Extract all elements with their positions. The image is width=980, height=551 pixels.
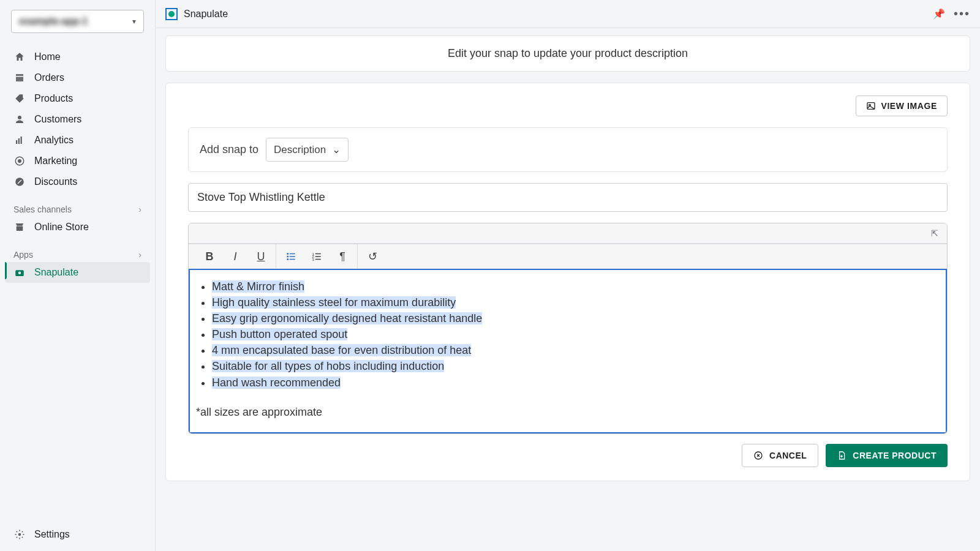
nav-label: Discounts xyxy=(34,176,77,187)
nav-label: Online Store xyxy=(34,222,89,233)
svg-point-9 xyxy=(18,533,21,536)
product-title-input[interactable]: Stove Top Whistling Kettle xyxy=(188,183,948,212)
nav-label: Customers xyxy=(34,114,81,125)
svg-point-5 xyxy=(18,159,21,163)
nav-products[interactable]: Products xyxy=(5,88,150,109)
nav-app-snapulate[interactable]: Snapulate xyxy=(5,262,150,283)
ordered-list-button[interactable]: 123 xyxy=(308,248,325,265)
apps-header[interactable]: Apps › xyxy=(5,245,150,262)
nav-home[interactable]: Home xyxy=(5,47,150,67)
list-item: Push button operated spout xyxy=(212,326,940,342)
add-snap-row: Add snap to Description ⌄ xyxy=(188,127,948,172)
app-title: Snapulate xyxy=(184,9,228,20)
nav-label: Products xyxy=(34,93,73,104)
underline-button[interactable]: U xyxy=(252,248,270,265)
nav-settings[interactable]: Settings xyxy=(5,524,150,545)
svg-rect-15 xyxy=(290,256,295,257)
create-product-button[interactable]: CREATE PRODUCT xyxy=(826,444,948,467)
nav-label: Orders xyxy=(34,72,64,83)
svg-point-14 xyxy=(287,256,288,258)
paragraph-button[interactable]: ¶ xyxy=(334,248,351,265)
svg-rect-17 xyxy=(290,259,295,260)
app-logo-icon xyxy=(165,8,178,20)
nav-label: Settings xyxy=(34,529,70,540)
svg-rect-2 xyxy=(18,138,20,144)
nav-discounts[interactable]: Discounts xyxy=(5,171,150,192)
button-label: CREATE PRODUCT xyxy=(853,451,937,460)
store-selector[interactable]: example-app-1 ▾ xyxy=(11,10,144,33)
nav-label: Analytics xyxy=(34,135,74,146)
nav-marketing[interactable]: Marketing xyxy=(5,151,150,171)
svg-point-12 xyxy=(287,253,288,255)
more-icon[interactable]: ••• xyxy=(954,7,970,21)
nav-label: Marketing xyxy=(34,156,77,167)
close-circle-icon xyxy=(753,451,763,460)
navigation: Home Orders Products Customers Analytics… xyxy=(5,47,150,192)
svg-point-0 xyxy=(18,116,21,119)
collapse-icon[interactable]: ⇱ xyxy=(931,228,938,243)
image-icon xyxy=(866,101,876,111)
gear-icon xyxy=(13,528,26,541)
analytics-icon xyxy=(13,134,26,146)
nav-online-store[interactable]: Online Store xyxy=(5,217,150,238)
list-item: 4 mm encapsulated base for even distribu… xyxy=(212,342,940,358)
nav-label: Home xyxy=(34,51,61,62)
rich-text-editor: ⇱ B I U 123 ¶ xyxy=(188,223,948,434)
home-icon xyxy=(13,51,26,63)
svg-rect-19 xyxy=(315,253,321,255)
document-plus-icon xyxy=(837,451,846,460)
sidebar: example-app-1 ▾ Home Orders Products Cus… xyxy=(0,0,156,551)
discount-icon xyxy=(13,176,26,188)
select-value: Description xyxy=(274,144,326,156)
camera-icon xyxy=(13,266,26,279)
person-icon xyxy=(13,113,26,126)
chevron-right-icon: › xyxy=(138,250,141,260)
bullet-list: Matt & Mirror finish High quality stainl… xyxy=(196,279,940,391)
store-icon xyxy=(13,221,26,233)
italic-button[interactable]: I xyxy=(227,248,244,265)
editor-body[interactable]: Matt & Mirror finish High quality stainl… xyxy=(189,269,947,433)
add-snap-select[interactable]: Description ⌄ xyxy=(266,138,349,162)
info-banner: Edit your snap to update your product de… xyxy=(165,36,970,72)
add-snap-label: Add snap to xyxy=(200,143,258,156)
chevron-right-icon: › xyxy=(138,204,141,214)
cancel-button[interactable]: CANCEL xyxy=(742,444,818,467)
main-content: Snapulate 📌 ••• Edit your snap to update… xyxy=(156,0,980,551)
sales-channels-header[interactable]: Sales channels › xyxy=(5,200,150,217)
undo-button[interactable]: ↺ xyxy=(364,248,381,265)
orders-icon xyxy=(13,72,26,84)
svg-point-16 xyxy=(287,258,288,260)
topbar: Snapulate 📌 ••• xyxy=(156,0,980,28)
pin-icon[interactable]: 📌 xyxy=(933,8,945,20)
button-label: CANCEL xyxy=(769,451,807,460)
editor-toolbar: B I U 123 ¶ ↺ xyxy=(189,244,947,269)
editor-card: VIEW IMAGE Add snap to Description ⌄ Sto… xyxy=(165,83,970,481)
store-name: example-app-1 xyxy=(19,16,88,27)
svg-point-8 xyxy=(18,272,21,275)
list-item: Matt & Mirror finish xyxy=(212,279,940,294)
svg-rect-3 xyxy=(21,137,22,144)
nav-analytics[interactable]: Analytics xyxy=(5,130,150,151)
chevron-down-icon: ▾ xyxy=(132,17,136,26)
section-label: Apps xyxy=(13,250,33,260)
marketing-icon xyxy=(13,155,26,167)
nav-orders[interactable]: Orders xyxy=(5,67,150,88)
action-row: CANCEL CREATE PRODUCT xyxy=(188,444,948,467)
svg-rect-23 xyxy=(315,259,321,260)
svg-rect-21 xyxy=(315,256,321,257)
svg-rect-13 xyxy=(290,253,295,255)
button-label: VIEW IMAGE xyxy=(881,101,937,111)
section-label: Sales channels xyxy=(13,204,72,214)
tag-icon xyxy=(13,92,26,105)
list-item: Hand wash recommended xyxy=(212,375,940,391)
nav-customers[interactable]: Customers xyxy=(5,109,150,130)
list-item: Easy grip ergonomically designed heat re… xyxy=(212,310,940,326)
view-image-button[interactable]: VIEW IMAGE xyxy=(856,96,948,116)
svg-text:3: 3 xyxy=(312,258,315,261)
bullet-list-button[interactable] xyxy=(282,248,300,265)
footnote-text: *all sizes are approximate xyxy=(196,404,940,420)
chevron-down-icon: ⌄ xyxy=(332,143,341,156)
svg-rect-1 xyxy=(16,140,17,144)
list-item: High quality stainless steel for maximum… xyxy=(212,294,940,310)
bold-button[interactable]: B xyxy=(201,248,218,265)
